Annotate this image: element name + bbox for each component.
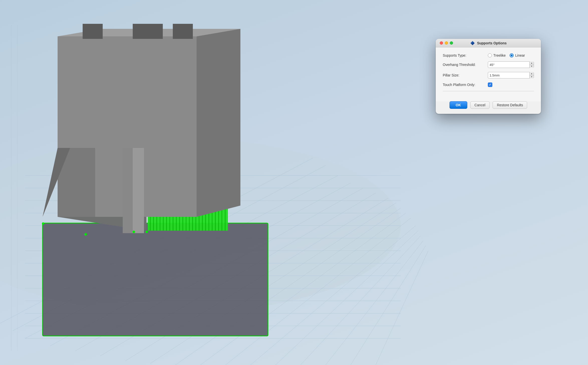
linear-radio[interactable]: [510, 53, 514, 57]
svg-point-73: [145, 231, 148, 233]
supports-type-row: Supports Type: Treelike Linear: [443, 53, 534, 57]
overhang-threshold-input[interactable]: [488, 63, 529, 67]
overhang-increment-button[interactable]: ▲: [530, 61, 534, 65]
minimize-button[interactable]: [445, 41, 448, 45]
dialog-titlebar: Supports Options: [436, 39, 541, 47]
pillar-size-input[interactable]: [488, 73, 529, 77]
svg-rect-64: [173, 24, 193, 39]
pillar-spinner-buttons: ▲ ▼: [529, 72, 534, 78]
dialog-buttons: OK Cancel Restore Defaults: [436, 101, 541, 114]
restore-defaults-button[interactable]: Restore Defaults: [493, 101, 527, 109]
touch-platform-label: Touch Platform Only:: [443, 83, 488, 87]
linear-label: Linear: [515, 53, 525, 57]
supports-type-radio-group: Treelike Linear: [488, 53, 525, 57]
touch-platform-checkbox[interactable]: [488, 82, 492, 87]
treelike-option[interactable]: Treelike: [488, 53, 506, 57]
dialog-separator: [443, 91, 534, 91]
svg-rect-69: [133, 148, 144, 233]
overhang-threshold-spinner: ▲ ▼: [488, 61, 534, 68]
svg-point-70: [42, 222, 44, 225]
touch-platform-row: Touch Platform Only:: [443, 82, 534, 87]
pillar-size-label: Pillar Size:: [443, 73, 488, 77]
svg-point-71: [84, 233, 87, 236]
overhang-threshold-label: Overhang Threshold:: [443, 63, 488, 67]
pillar-decrement-button[interactable]: ▼: [530, 75, 534, 79]
cancel-button[interactable]: Cancel: [470, 101, 490, 109]
pillar-size-spinner: ▲ ▼: [488, 72, 534, 78]
svg-rect-63: [133, 24, 163, 39]
supports-type-label: Supports Type:: [443, 53, 488, 57]
svg-rect-62: [83, 24, 103, 39]
treelike-label: Treelike: [493, 53, 506, 57]
ok-button[interactable]: OK: [450, 101, 467, 109]
touch-platform-checkbox-area[interactable]: [488, 82, 492, 87]
svg-rect-32: [43, 223, 268, 336]
app-icon: [470, 41, 475, 46]
overhang-spinner-buttons: ▲ ▼: [529, 61, 534, 68]
svg-marker-65: [197, 29, 240, 217]
dialog-body: Supports Type: Treelike Linear Overhang …: [436, 47, 541, 101]
linear-option[interactable]: Linear: [510, 53, 525, 57]
svg-marker-77: [471, 41, 475, 45]
overhang-decrement-button[interactable]: ▼: [530, 65, 534, 68]
overhang-threshold-row: Overhang Threshold: ▲ ▼: [443, 61, 534, 68]
maximize-button[interactable]: [450, 41, 453, 45]
treelike-radio[interactable]: [488, 53, 492, 57]
pillar-size-row: Pillar Size: ▲ ▼: [443, 72, 534, 78]
pillar-increment-button[interactable]: ▲: [530, 72, 534, 75]
dialog-title: Supports Options: [477, 41, 507, 45]
traffic-lights: [440, 41, 453, 45]
supports-options-dialog: Supports Options Supports Type: Treelike…: [436, 39, 541, 114]
svg-point-72: [132, 231, 135, 233]
close-button[interactable]: [440, 41, 443, 45]
